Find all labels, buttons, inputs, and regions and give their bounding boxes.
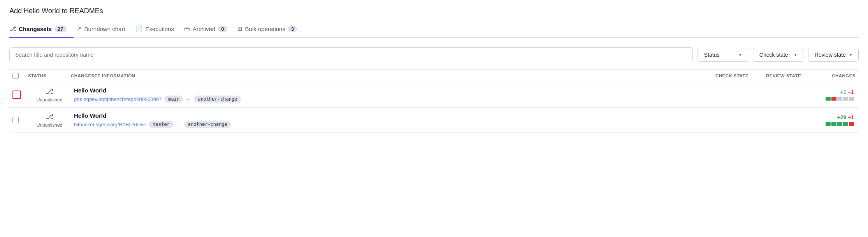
- row1-meta: ghe.sgdev.org/jhbench/repo000000997 main…: [74, 96, 715, 103]
- search-wrap: [9, 47, 693, 62]
- changesets-badge: 27: [54, 26, 66, 32]
- check-state-chevron-icon: ▾: [794, 52, 797, 58]
- content-area: Status ▾ Check state ▾ Review state ▾ ST…: [9, 38, 859, 133]
- row2-minus: –1: [848, 114, 854, 120]
- row2-info: Hello World bitbucket.sgdev.org/BABU/del…: [71, 112, 715, 128]
- row1-head-branch: another-change: [194, 96, 241, 103]
- row1-arrow: ←: [186, 96, 191, 102]
- row2-plus: +29: [837, 114, 847, 120]
- archived-badge: 0: [218, 26, 227, 32]
- row2-checkbox[interactable]: [12, 117, 19, 123]
- row2-changes: +29 –1: [817, 114, 856, 126]
- tab-archived-label: Archived: [193, 26, 215, 32]
- status-dropdown[interactable]: Status ▾: [698, 48, 748, 62]
- th-changes: CHANGES: [817, 73, 856, 78]
- select-all-checkbox[interactable]: [12, 73, 19, 79]
- row2-block-3: [837, 122, 842, 126]
- row2-head-branch: another-change: [184, 121, 231, 128]
- bulk-icon: ⊞: [237, 25, 242, 32]
- table-row: › ⎇ Unpublished Hello World ghe.sgdev.or…: [9, 82, 859, 108]
- row2-block-2: [831, 122, 836, 126]
- archived-icon: 🗃: [184, 26, 190, 32]
- tab-executions-label: Executions: [146, 26, 174, 32]
- table-row: › ⎇ Unpublished Hello World bitbucket.sg…: [9, 108, 859, 133]
- row1-check-cell: [12, 91, 28, 99]
- row2-git-icon: ⎇: [46, 112, 54, 121]
- row2-block-5: [849, 122, 854, 126]
- th-changeset-info: CHANGESET INFORMATION: [71, 73, 715, 78]
- row2-status-label: Unpublished: [37, 122, 63, 128]
- filters-row: Status ▾ Check state ▾ Review state ▾: [9, 47, 859, 62]
- page-title: Add Hello World to READMEs: [9, 7, 859, 15]
- row1-changes: +1 –1: [817, 89, 856, 101]
- row2-blocks: [817, 122, 854, 126]
- bulk-badge: 3: [288, 26, 297, 32]
- search-input[interactable]: [9, 47, 693, 62]
- row2-status-cell: ⎇ Unpublished: [28, 112, 71, 128]
- row1-block-3: [837, 97, 842, 101]
- status-chevron-icon: ▾: [739, 52, 741, 58]
- row1-info: Hello World ghe.sgdev.org/jhbench/repo00…: [71, 87, 715, 103]
- tab-bulk-operations[interactable]: ⊞ Bulk operations 3: [237, 21, 304, 38]
- row1-status-label: Unpublished: [37, 97, 63, 103]
- row1-minus: –1: [848, 89, 854, 95]
- executions-icon: 📄: [135, 25, 143, 32]
- check-state-label: Check state: [759, 52, 788, 58]
- tab-changesets-label: Changesets: [19, 26, 52, 32]
- th-review-state: REVIEW STATE: [766, 73, 817, 78]
- th-status: STATUS: [28, 73, 71, 78]
- review-state-chevron-icon: ▾: [850, 52, 852, 58]
- tab-changesets[interactable]: ⎇ Changesets 27: [9, 21, 74, 38]
- row1-blocks: [817, 97, 854, 101]
- row2-expander[interactable]: ›: [10, 118, 12, 122]
- row2-block-4: [843, 122, 848, 126]
- changesets-icon: ⎇: [9, 25, 16, 32]
- row1-expander[interactable]: ›: [10, 92, 12, 97]
- row2-block-1: [826, 122, 831, 126]
- row1-git-icon: ⎇: [46, 87, 54, 96]
- row1-status-cell: ⎇ Unpublished: [28, 87, 71, 103]
- row2-change-nums: +29 –1: [817, 114, 854, 120]
- tab-burndown-label: Burndown chart: [84, 26, 125, 32]
- row1-block-2: [831, 97, 836, 101]
- tabs-bar: ⎇ Changesets 27 ↗ Burndown chart 📄 Execu…: [9, 21, 859, 38]
- row1-block-5: [849, 97, 854, 101]
- th-check-state: CHECK STATE: [715, 73, 766, 78]
- review-state-label: Review state: [815, 52, 846, 58]
- row1-repo-link[interactable]: ghe.sgdev.org/jhbench/repo000000997: [74, 96, 162, 102]
- row1-change-nums: +1 –1: [817, 89, 854, 95]
- row2-arrow: ←: [176, 122, 181, 127]
- row2-repo-link[interactable]: bitbucket.sgdev.org/BABU/delve: [74, 122, 146, 127]
- tab-bulk-label: Bulk operations: [245, 26, 285, 32]
- review-state-dropdown[interactable]: Review state ▾: [808, 48, 859, 62]
- th-checkbox: [12, 73, 28, 79]
- row1-block-4: [843, 97, 848, 101]
- check-state-dropdown[interactable]: Check state ▾: [753, 48, 803, 62]
- tab-executions[interactable]: 📄 Executions: [135, 21, 181, 38]
- burndown-icon: ↗: [77, 25, 82, 32]
- row2-check-cell: [12, 117, 28, 123]
- row1-title: Hello World: [74, 87, 715, 94]
- row2-base-branch: master: [149, 121, 173, 128]
- row1-plus: +1: [840, 89, 846, 95]
- status-label: Status: [704, 52, 720, 58]
- row1-checkbox[interactable]: [12, 91, 21, 99]
- row1-block-1: [826, 97, 831, 101]
- row2-meta: bitbucket.sgdev.org/BABU/delve master ← …: [74, 121, 715, 128]
- row2-title: Hello World: [74, 112, 715, 119]
- table-header: STATUS CHANGESET INFORMATION CHECK STATE…: [9, 69, 859, 82]
- tab-burndown[interactable]: ↗ Burndown chart: [77, 21, 132, 38]
- tab-archived[interactable]: 🗃 Archived 0: [184, 22, 234, 38]
- row1-base-branch: main: [164, 96, 183, 103]
